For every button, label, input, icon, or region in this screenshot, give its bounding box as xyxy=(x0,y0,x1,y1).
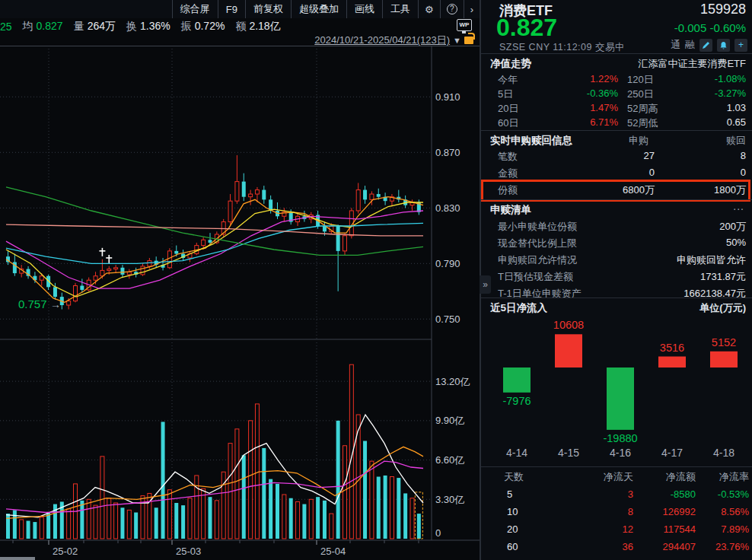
flow-net-rate-value: 8.56% xyxy=(721,506,749,517)
volume-axis-label: 13.20亿 xyxy=(435,376,470,387)
edit-pencil-icon[interactable] xyxy=(699,39,712,52)
flow-net-days-value: 3 xyxy=(628,488,633,500)
realtime-row-label: 金额 xyxy=(498,167,518,180)
price-axis-label: 0.750 xyxy=(435,313,460,325)
share-row-highlight-box xyxy=(481,180,750,202)
price-axis-label: 0.830 xyxy=(435,202,460,214)
flow-col-net-amount: 净流额 xyxy=(666,470,696,484)
security-code: 159928 xyxy=(700,2,746,18)
netflow-bar-chart[interactable]: -79764-14106084-15-198804-1635164-175152… xyxy=(481,315,752,466)
redeem-list-row: T日预估现金差额1731.87元 xyxy=(481,270,752,287)
info-turnover-rate: 换1.36% xyxy=(126,20,170,33)
flow-col-net-days: 净流天 xyxy=(604,470,633,484)
menu-composite-screen[interactable]: 综合屏 xyxy=(172,0,218,18)
netflow-value-label: 5152 xyxy=(712,336,736,348)
info-prefix: 25 xyxy=(0,21,12,33)
volume-axis-label: 0 xyxy=(435,527,441,539)
nav-metric-label: 120日 xyxy=(627,73,654,87)
netflow-category-label: 4-17 xyxy=(661,447,683,459)
exchange-time-status: SZSE CNY 11:12:09 交易中 xyxy=(499,41,625,54)
menu-draw-line[interactable]: 画线 xyxy=(346,0,382,18)
quote-header: 消费ETF 159928 0.827 -0.005 -0.60% SZSE CN… xyxy=(481,0,752,53)
nav-metric-label: 今年 xyxy=(498,73,518,87)
nav-metric-value: -1.08% xyxy=(715,73,746,84)
flow-net-rate-value: -0.53% xyxy=(718,488,749,500)
redeem-list-row: 现金替代比例上限50% xyxy=(481,237,752,253)
nav-metric-value: 6.71% xyxy=(557,116,618,128)
realtime-subscribe-value: 27 xyxy=(644,150,655,161)
flow-table-row: 53-8580-0.53% xyxy=(481,488,752,505)
col-subscribe: 申购 xyxy=(629,134,648,148)
flow-net-days-value: 8 xyxy=(628,506,633,517)
candlestick-volume-chart[interactable]: 0.9100.8700.8300.7900.75013.20亿9.90亿6.60… xyxy=(0,46,480,560)
x-axis-month-label: 25-02 xyxy=(53,546,78,557)
info-volume: 量264万 xyxy=(74,20,116,33)
flow-col-days: 天数 xyxy=(504,470,524,484)
date-dropdown-icon[interactable]: ▼ xyxy=(453,36,461,45)
redeem-row-value: 申购赎回皆允许 xyxy=(677,253,746,267)
side-panel: 消费ETF 159928 0.827 -0.005 -0.60% SZSE CN… xyxy=(480,0,752,560)
realtime-subscribe-value: 6800万 xyxy=(623,183,655,197)
margin-badge-rong[interactable]: 融 xyxy=(685,38,695,52)
realtime-redeem-value: 8 xyxy=(741,150,746,161)
settings-gear-icon[interactable]: ⚙ xyxy=(418,0,440,18)
flow-net-amount-value: -8580 xyxy=(671,488,696,500)
price-axis-label: 0.910 xyxy=(435,91,460,103)
quote-info-bar: 25 均0.827 量264万 换1.36% 振0.72% 额2.18亿 xyxy=(0,18,480,35)
realtime-row: 份额6800万1800万 xyxy=(481,183,752,200)
annotation-arrow: → xyxy=(50,298,61,310)
flow-net-amount-value: 294407 xyxy=(663,541,696,552)
menu-tools[interactable]: 工具 xyxy=(382,0,418,18)
scrollbar-thumb[interactable] xyxy=(0,557,35,560)
realtime-title: 实时申购赎回信息 xyxy=(490,134,572,148)
app-window: 综合屏 F9 前复权 超级叠加 画线 工具 ⚙ ? › 25 均0.827 量2… xyxy=(0,0,752,560)
redeem-list-row: 最小申赎单位份额200万 xyxy=(481,220,752,237)
volume-axis-label: 3.30亿 xyxy=(435,494,464,505)
col-redeem: 赎回 xyxy=(726,134,746,148)
redeem-row-value: 200万 xyxy=(719,220,746,234)
nav-metric-value: -3.27% xyxy=(715,88,746,99)
fund-full-name: 汇添富中证主要消费ETF xyxy=(638,57,746,71)
nav-metric-label: 60日 xyxy=(498,116,518,130)
netflow-unit-label: 单位(万元) xyxy=(699,301,746,315)
flow-net-amount-value: 126992 xyxy=(663,506,696,517)
nav-trend-title: 净值走势 xyxy=(490,57,531,71)
flow-net-rate-value: 23.76% xyxy=(715,541,749,552)
margin-badge-tong[interactable]: 通 xyxy=(671,38,680,52)
flow-days-value: 10 xyxy=(507,506,518,517)
flow-table-row: 603629440723.76% xyxy=(481,541,752,558)
alert-bell-icon[interactable] xyxy=(717,39,730,52)
header-action-icons: 通 融 + xyxy=(671,38,747,52)
redeem-row-label: 申购赎回允许情况 xyxy=(498,253,577,267)
nav-metric-value: -0.36% xyxy=(557,88,618,99)
price-change: -0.005 -0.60% xyxy=(674,21,746,34)
more-chevron-icon[interactable]: › xyxy=(464,0,480,18)
panel-expander-chevrons[interactable]: » xyxy=(480,275,491,294)
netflow-category-label: 4-15 xyxy=(558,447,579,459)
nav-metric-label: 52周高 xyxy=(627,102,658,116)
x-axis-month-label: 25-04 xyxy=(320,546,346,557)
lock-icon[interactable] xyxy=(464,37,473,44)
help-icon[interactable]: ? xyxy=(440,0,464,18)
price-axis-label: 0.790 xyxy=(435,258,460,269)
menu-forward-adjust[interactable]: 前复权 xyxy=(245,0,291,18)
netflow-category-label: 4-18 xyxy=(713,447,734,459)
redeem-row-value: 1731.87元 xyxy=(700,270,746,284)
redeem-row-label: T日预估现金差额 xyxy=(498,270,573,284)
flow-net-days-value: 12 xyxy=(623,523,633,535)
flow-col-net-rate: 净流率 xyxy=(719,470,749,484)
wp-monitor-icon[interactable]: WP xyxy=(457,19,472,31)
low-price-annotation: 0.757 xyxy=(18,298,47,310)
netflow-bar xyxy=(710,352,738,368)
menu-f9[interactable]: F9 xyxy=(218,0,245,18)
add-plus-icon[interactable]: + xyxy=(734,39,747,52)
date-range-row: 2024/10/21-2025/04/21(123日) ▼ xyxy=(0,35,480,46)
realtime-row-label: 笔数 xyxy=(498,150,518,164)
nav-metric-value: 0.65 xyxy=(727,116,746,128)
menu-super-overlay[interactable]: 超级叠加 xyxy=(291,0,346,18)
netflow-category-label: 4-16 xyxy=(610,447,631,459)
more-ellipsis-button[interactable]: ... xyxy=(733,200,744,212)
volume-axis-label: 9.90亿 xyxy=(435,415,464,426)
nav-metric-value: 1.22% xyxy=(557,73,618,84)
realtime-row: 金额00 xyxy=(481,167,752,183)
